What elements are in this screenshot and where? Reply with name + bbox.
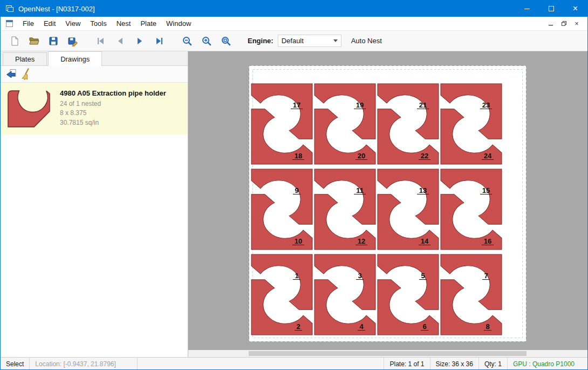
save-button[interactable]	[44, 32, 63, 50]
save-as-button[interactable]	[63, 32, 83, 50]
part-number-label: 7	[484, 272, 488, 280]
close-button[interactable]: ×	[563, 1, 587, 17]
zoom-out-icon	[182, 36, 193, 46]
mdi-close-button[interactable]: ×	[570, 18, 583, 29]
part-number-label: 2	[296, 322, 300, 331]
part-number-label: 12	[358, 237, 365, 245]
mdi-restore-icon	[561, 21, 567, 26]
horizontal-scrollbar[interactable]	[188, 350, 587, 357]
menu-plate[interactable]: Plate	[135, 17, 161, 30]
part-number-label: 11	[356, 186, 364, 194]
part-number-label: 6	[422, 322, 426, 331]
title-bar[interactable]: OpenNest - [N0317-002] ×	[1, 1, 587, 17]
tab-plates-label: Plates	[15, 55, 35, 63]
mdi-minimize-button[interactable]	[544, 18, 557, 29]
status-gpu: GPU : Quadro P1000	[507, 358, 580, 370]
part-number-label: 17	[293, 101, 300, 109]
zoom-in-button[interactable]	[197, 32, 216, 50]
document-icon	[5, 19, 13, 28]
part-number-label: 22	[421, 152, 428, 160]
new-file-icon	[9, 36, 20, 46]
plate[interactable]: 171819202122232491011121314151612345678	[249, 65, 527, 342]
menu-tools[interactable]: Tools	[85, 17, 111, 30]
part-number-label: 13	[419, 186, 427, 194]
part-number-label: 18	[295, 152, 302, 160]
menu-edit[interactable]: Edit	[39, 17, 60, 30]
part-number-label: 24	[484, 152, 492, 160]
tab-plates[interactable]: Plates	[3, 52, 47, 65]
last-plate-icon	[154, 36, 165, 46]
status-bar: Select Location: [-0.9437, 21.8796] Plat…	[1, 357, 587, 370]
part-number-label: 14	[421, 237, 429, 245]
part-number-label: 23	[482, 101, 490, 109]
drawing-list-item[interactable]: 4980 A05 Extraction pipe holder 24 of 1 …	[1, 83, 188, 134]
menu-file[interactable]: File	[18, 17, 39, 30]
last-plate-button[interactable]	[149, 32, 169, 50]
open-file-button[interactable]	[24, 32, 44, 50]
resize-grip[interactable]	[580, 358, 587, 370]
part-number-label: 10	[295, 237, 302, 245]
part-thumbnail	[4, 87, 56, 130]
drawing-size: 8 x 8.375	[60, 109, 166, 118]
window-title: OpenNest - [N0317-002]	[18, 5, 95, 13]
nesting-canvas[interactable]: 171819202122232491011121314151612345678	[188, 51, 587, 357]
new-file-button[interactable]	[5, 32, 24, 50]
scrollbar-thumb[interactable]	[249, 351, 527, 356]
menu-view[interactable]: View	[60, 17, 85, 30]
first-plate-button[interactable]	[91, 32, 111, 50]
sidebar-tabstrip: Plates Drawings	[1, 51, 188, 66]
return-part-button[interactable]	[4, 67, 19, 81]
tab-drawings[interactable]: Drawings	[48, 51, 102, 66]
save-icon	[48, 36, 59, 46]
mdi-minimize-icon	[548, 21, 553, 26]
open-folder-icon	[29, 36, 39, 46]
clear-parts-button[interactable]	[19, 67, 34, 81]
mdi-close-icon: ×	[575, 19, 579, 28]
engine-select[interactable]: Default	[278, 35, 341, 47]
previous-plate-button[interactable]	[111, 32, 130, 50]
part-number-label: 21	[419, 101, 427, 109]
status-location: Location: [-0.9437, 21.8796]	[30, 358, 138, 370]
broom-icon	[20, 68, 32, 80]
part-number-label: 1	[295, 272, 298, 280]
zoom-in-icon	[201, 36, 212, 46]
tab-drawings-label: Drawings	[60, 55, 90, 63]
engine-label: Engine:	[248, 37, 274, 45]
part-number-label: 3	[358, 272, 361, 280]
part-number-label: 4	[359, 322, 364, 331]
part-number-label: 8	[486, 322, 489, 331]
part-shape-icon	[6, 88, 53, 129]
part-number-label: 15	[482, 186, 490, 194]
sidebar-toolbar	[1, 66, 188, 83]
previous-plate-icon	[115, 36, 126, 46]
menu-nest[interactable]: Nest	[112, 17, 136, 30]
maximize-icon	[549, 6, 554, 11]
next-plate-button[interactable]	[130, 32, 149, 50]
engine-value: Default	[282, 37, 304, 45]
app-icon	[5, 4, 14, 13]
zoom-fit-icon	[221, 36, 231, 46]
zoom-fit-button[interactable]	[216, 32, 236, 50]
next-plate-icon	[134, 36, 145, 46]
sidebar: Plates Drawings	[1, 51, 188, 357]
part-number-label: 9	[295, 186, 298, 194]
part-number-label: 5	[421, 272, 425, 280]
minimize-button[interactable]	[515, 1, 539, 17]
status-qty: Qty: 1	[478, 358, 507, 370]
drawing-title: 4980 A05 Extraction pipe holder	[60, 89, 166, 97]
status-plate: Plate: 1 of 1	[384, 358, 429, 370]
part-number-label: 20	[358, 152, 365, 160]
status-mode: Select	[1, 358, 30, 370]
minimize-icon	[524, 9, 530, 9]
maximize-button[interactable]	[539, 1, 563, 17]
return-arrow-icon	[5, 68, 17, 80]
part-number-label: 19	[356, 101, 364, 109]
part-number-label: 16	[484, 237, 491, 245]
menu-bar: File Edit View Tools Nest Plate Window ×	[1, 17, 587, 31]
drawing-area: 30.7815 sq/in	[60, 118, 166, 127]
mdi-restore-button[interactable]	[557, 18, 570, 29]
auto-nest-button[interactable]: Auto Nest	[351, 37, 382, 45]
zoom-out-button[interactable]	[177, 32, 197, 50]
menu-window[interactable]: Window	[161, 17, 196, 30]
first-plate-icon	[95, 36, 106, 46]
